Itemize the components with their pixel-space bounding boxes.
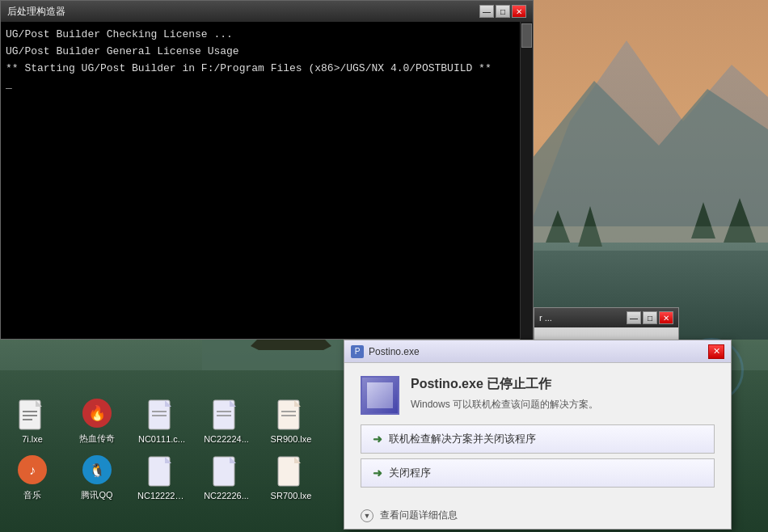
desktop-icon-sr900[interactable]: SR900.lxe — [267, 399, 315, 444]
svg-text:🐧: 🐧 — [89, 462, 105, 478]
desktop-icons-row2: ♪ 音乐 🐧 腾讯QQ NC12222223... — [0, 447, 323, 508]
dialog-body: Postino.exe 已停止工作 Windows 可以联机检查该问题的解决方案… — [344, 363, 731, 505]
option1-arrow-icon: ➜ — [373, 433, 382, 445]
terminal-maximize-button[interactable]: □ — [496, 5, 510, 18]
error-dialog: P Postino.exe ✕ Postino.exe 已停止工作 Window… — [344, 340, 732, 530]
desktop-icon-nc12222223[interactable]: NC12222223... — [137, 455, 186, 500]
footer-text: 查看问题详细信息 — [380, 509, 458, 522]
game-icon: 🔥 — [81, 397, 113, 429]
dialog-text-area: Postino.exe 已停止工作 Windows 可以联机检查该问题的解决方案… — [411, 376, 598, 412]
second-window-minimize[interactable]: — — [627, 311, 641, 324]
desktop-icons-row1: 7i.lxe 🔥 热血传奇 NC0111.c... — [0, 391, 323, 451]
file-icon — [16, 399, 49, 431]
option1-text: 联机检查解决方案并关闭该程序 — [389, 432, 536, 446]
icon-label: NC0111.c... — [138, 434, 185, 444]
dialog-footer[interactable]: ▼ 查看问题详细信息 — [344, 505, 731, 529]
desktop-icon-nc22226[interactable]: NC22226... — [202, 455, 251, 500]
terminal-window: 后处理构造器 — □ ✕ UG/Post Builder Checking Li… — [0, 0, 534, 340]
desktop-icon-nc22224[interactable]: NC22224... — [202, 399, 251, 444]
second-window-title: r ... — [539, 313, 552, 323]
file-icon — [275, 399, 307, 431]
option2-arrow-icon: ➜ — [373, 467, 382, 479]
dialog-title-left: P Postino.exe — [351, 345, 420, 358]
dialog-titlebar: P Postino.exe ✕ — [344, 340, 731, 363]
desktop-icon-game[interactable]: 🔥 热血传奇 — [73, 397, 121, 445]
terminal-line1: UG/Post Builder Checking License ... — [6, 27, 517, 44]
terminal-cursor: _ — [6, 77, 517, 94]
icon-label: 音乐 — [23, 489, 41, 501]
svg-text:♪: ♪ — [29, 463, 36, 477]
second-window-titlebar: r ... — □ ✕ — [534, 308, 678, 327]
file-icon — [210, 455, 243, 488]
desktop: 7i.lxe 🔥 热血传奇 NC0111.c... — [0, 0, 768, 532]
icon-label: NC22224... — [204, 434, 249, 444]
second-window-close[interactable]: ✕ — [659, 311, 673, 324]
dialog-main-text: Postino.exe 已停止工作 — [411, 376, 598, 393]
terminal-titlebar-buttons: — □ ✕ — [479, 5, 526, 18]
dialog-app-icon-small: P — [351, 345, 364, 358]
terminal-titlebar: 后处理构造器 — □ ✕ — [1, 1, 533, 22]
qq-icon: 🐧 — [81, 454, 113, 486]
scrollbar-thumb[interactable] — [521, 23, 532, 48]
file-icon — [146, 399, 178, 431]
desktop-icon-sr700[interactable]: SR700.lxe — [267, 455, 315, 500]
icon-label: NC12222223... — [137, 491, 186, 500]
terminal-line3: ** Starting UG/Post Builder in F:/Progra… — [6, 61, 517, 78]
terminal-content: UG/Post Builder Checking License ... UG/… — [1, 22, 533, 339]
dialog-close-button[interactable]: ✕ — [708, 344, 724, 359]
app-icon-inner — [367, 382, 393, 408]
dialog-option1[interactable]: ➜ 联机检查解决方案并关闭该程序 — [361, 424, 715, 454]
second-window-buttons: — □ ✕ — [627, 311, 673, 324]
music-icon: ♪ — [16, 454, 49, 486]
footer-chevron-icon: ▼ — [361, 509, 373, 522]
terminal-scrollbar[interactable] — [520, 22, 533, 340]
terminal-minimize-button[interactable]: — — [479, 5, 494, 18]
icon-label: 7i.lxe — [22, 434, 43, 444]
icon-label: 腾讯QQ — [81, 489, 112, 501]
dialog-header-row: Postino.exe 已停止工作 Windows 可以联机检查该问题的解决方案… — [361, 376, 715, 415]
icon-label: NC22226... — [204, 491, 249, 500]
icon-label: 热血传奇 — [79, 433, 115, 445]
second-window-maximize[interactable]: □ — [643, 311, 657, 324]
svg-text:🔥: 🔥 — [88, 404, 107, 422]
icon-label: SR700.lxe — [271, 491, 312, 500]
terminal-close-button[interactable]: ✕ — [512, 5, 526, 18]
terminal-line2: UG/Post Builder General License Usage — [6, 44, 517, 61]
terminal-title: 后处理构造器 — [7, 5, 65, 19]
file-icon — [210, 399, 243, 431]
dialog-option2[interactable]: ➜ 关闭程序 — [361, 458, 715, 488]
desktop-icon-music[interactable]: ♪ 音乐 — [8, 454, 57, 501]
file-icon — [275, 455, 307, 488]
mountain-background — [530, 0, 768, 340]
desktop-icon-7ilxe[interactable]: 7i.lxe — [8, 399, 57, 444]
option2-text: 关闭程序 — [389, 466, 431, 480]
desktop-icon-nc0111[interactable]: NC0111.c... — [137, 399, 186, 444]
dialog-title-text: Postino.exe — [369, 346, 420, 357]
icon-label: SR900.lxe — [271, 434, 312, 444]
desktop-icon-qq[interactable]: 🐧 腾讯QQ — [73, 454, 121, 501]
dialog-sub-text: Windows 可以联机检查该问题的解决方案。 — [411, 398, 598, 412]
dialog-app-icon-large — [361, 376, 399, 415]
svg-rect-8 — [530, 226, 768, 251]
file-icon — [146, 455, 178, 488]
